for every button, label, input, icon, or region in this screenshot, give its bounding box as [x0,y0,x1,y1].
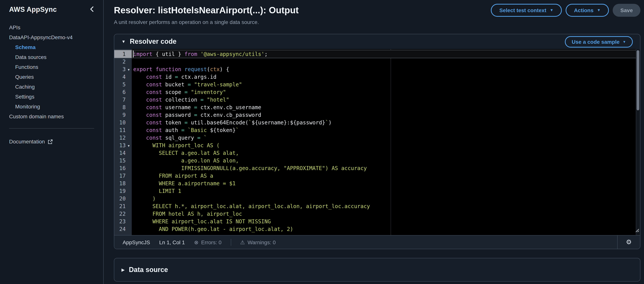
sidebar-item-caching[interactable]: Caching [0,82,103,92]
code-token: AND POWER(h.geo.lat - airport_loc.alat, … [133,226,293,232]
code-token: ctx [210,66,220,72]
code-token: ${username}:${password} [252,119,325,125]
sidebar-item-settings[interactable]: Settings [0,92,103,102]
editor-settings-button[interactable]: ⚙ [617,235,640,249]
code-token: const [146,89,162,95]
code-line-21[interactable]: SELECT h.*, airport_loc.alat, airport_lo… [132,202,636,210]
actions-button[interactable]: Actions ▼ [566,4,609,17]
gutter-line-12: 12 [114,134,132,141]
sidebar-item-schema[interactable]: Schema [0,42,103,52]
code-line-3[interactable]: export function request(ctx) { [132,65,636,73]
code-line-12[interactable]: const sql_query = ` [132,134,636,141]
gutter-line-24: 24 [114,225,132,233]
code-line-9[interactable]: const password = ctx.env.cb_password [132,111,636,119]
select-test-context-button[interactable]: Select test context ▼ [491,4,562,17]
text-cursor [133,51,134,57]
code-token [188,89,191,95]
code-token: "travel-sample" [194,81,242,87]
resolver-code-panel: ▼ Resolver code Use a code sample ▼ 123▼… [114,34,640,249]
gutter-line-10: 10 [114,119,132,126]
code-token: '@aws-appsync/utils' [200,51,264,57]
gutter-line-6: 6 [114,88,132,96]
code-line-14[interactable]: SELECT a.geo.lat AS alat, [132,149,636,157]
code-line-18[interactable]: WHERE a.airportname = $1 [132,180,636,187]
save-label: Save [620,7,633,13]
code-token: FROM airport AS a [133,173,213,179]
editor-status-bar: AppSyncJS Ln 1, Col 1 ⊗ Errors: 0 ⚠ Warn… [114,235,640,249]
save-button[interactable]: Save [613,4,640,17]
use-code-sample-button[interactable]: Use a code sample ▼ [565,36,633,47]
line-number: 18 [114,180,126,187]
gutter-line-13: 13▼ [114,141,132,149]
line-number: 16 [114,164,126,172]
code-line-17[interactable]: FROM airport AS a [132,172,636,180]
fold-caret-icon[interactable]: ▼ [126,66,132,74]
code-editor[interactable]: 123▼45678910111213▼141516171819202122232… [114,49,640,235]
line-number: 14 [114,149,126,157]
status-warnings-label: Warnings: 0 [248,239,276,245]
code-line-5[interactable]: const bucket = "travel-sample" [132,81,636,88]
editor-code-area[interactable]: import { util } from '@aws-appsync/utils… [132,49,636,235]
code-token [133,112,146,118]
code-token: const [146,97,162,103]
code-token [133,89,146,95]
sidebar-item-custom-domain-names[interactable]: Custom domain names [0,111,103,121]
app-window: AWS AppSync APIsDataAPI-AppsyncDemo-v4Sc… [0,0,644,284]
code-line-6[interactable]: const scope = "inventory" [132,88,636,96]
resize-handle-icon[interactable] [634,227,639,234]
editor-scrollbar[interactable] [636,49,640,235]
code-line-7[interactable]: const collection = "hotel" [132,96,636,103]
sidebar-item-apis[interactable]: APIs [0,23,103,32]
code-token: sql_query [162,135,197,141]
sidebar-collapse-button[interactable] [88,5,96,13]
code-token: import [133,51,152,57]
editor-scrollbar-thumb[interactable] [636,50,639,110]
gutter-line-8: 8 [114,103,132,111]
data-source-panel[interactable]: ▶ Data source [114,258,640,281]
sidebar-item-queries[interactable]: Queries [0,72,103,82]
code-line-13[interactable]: WITH airport_loc AS ( [132,141,636,149]
code-token: = [181,127,184,133]
code-line-20[interactable]: ) [132,195,636,202]
sidebar-header: AWS AppSync [0,0,103,14]
code-line-22[interactable]: FROM hotel AS h, airport_loc [132,210,636,218]
code-line-15[interactable]: a.geo.lon AS alon, [132,157,636,164]
code-token: ; [264,51,268,57]
gutter-line-21: 21 [114,202,132,210]
gutter-line-22: 22 [114,210,132,218]
sidebar-item-documentation[interactable]: Documentation [0,136,103,147]
code-line-23[interactable]: WHERE airport_loc.alat IS NOT MISSING [132,218,636,225]
code-line-1[interactable]: import { util } from '@aws-appsync/utils… [132,50,636,58]
code-token: { util } [152,51,184,57]
sidebar-item-dataapi-appsyncdemo-v4[interactable]: DataAPI-AppsyncDemo-v4 [0,32,103,42]
code-line-2[interactable] [132,58,636,65]
code-line-11[interactable]: const auth = `Basic ${token}` [132,126,636,134]
code-line-24[interactable]: AND POWER(h.geo.lat - airport_loc.alat, … [132,225,636,233]
fold-caret-icon[interactable]: ▼ [126,142,132,150]
page-header: Resolver: listHotelsNearAirport(...): Ou… [104,0,644,25]
code-line-19[interactable]: LIMIT 1 [132,187,636,195]
code-line-8[interactable]: const username = ctx.env.cb_username [132,103,636,111]
line-number: 3 [114,65,126,73]
code-line-16[interactable]: IFMISSINGORNULL(a.geo.accuracy, "APPROXI… [132,164,636,172]
code-token: ctx.args.id [178,74,216,80]
sidebar-title: AWS AppSync [9,6,57,13]
line-number: 24 [114,225,126,233]
line-number: 13 [114,141,126,149]
use-code-sample-label: Use a code sample [572,39,620,45]
code-token: scope [162,89,184,95]
sidebar-item-monitoring[interactable]: Monitoring [0,102,103,111]
code-token: const [146,135,162,141]
sidebar-item-data-sources[interactable]: Data sources [0,52,103,62]
code-token [204,97,207,103]
resolver-code-header[interactable]: ▼ Resolver code Use a code sample ▼ [114,34,640,49]
data-source-title: Data source [129,266,168,274]
code-token: = [194,104,197,110]
sidebar-item-functions[interactable]: Functions [0,62,103,72]
code-token [133,97,146,103]
code-line-10[interactable]: const token = util.base64Encode(`${usern… [132,119,636,126]
code-line-4[interactable]: const id = ctx.args.id [132,73,636,81]
code-token: util.base64Encode( [188,119,248,125]
code-token: = [194,112,197,118]
line-number: 19 [114,187,126,195]
